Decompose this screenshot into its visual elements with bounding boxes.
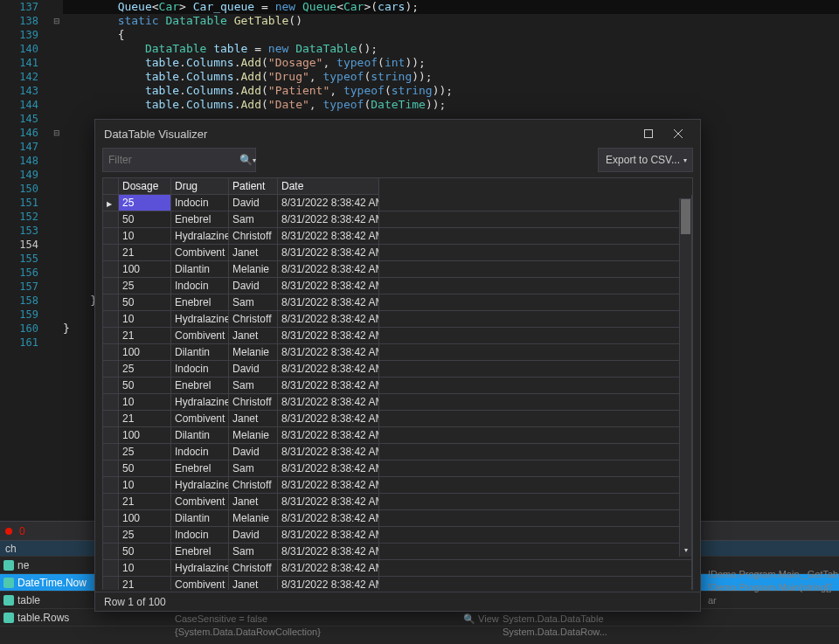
cell-patient[interactable]: David xyxy=(229,527,278,544)
grid-corner[interactable] xyxy=(103,178,119,195)
cell-dosage[interactable]: 100 xyxy=(119,261,171,278)
cell-date[interactable]: 8/31/2022 8:38:42 AM xyxy=(278,427,379,444)
row-header[interactable] xyxy=(103,211,119,228)
cell-patient[interactable]: Janet xyxy=(229,494,278,510)
cell-dosage[interactable]: 21 xyxy=(119,411,171,427)
cell-drug[interactable]: Dilantin xyxy=(171,261,229,278)
cell-dosage[interactable]: 100 xyxy=(119,344,171,361)
cell-drug[interactable]: Dilantin xyxy=(171,427,229,444)
filter-box[interactable]: 🔍 ▾ xyxy=(102,148,256,172)
fold-toggle-icon[interactable]: ⊟ xyxy=(51,14,63,28)
cell-date[interactable]: 8/31/2022 8:38:42 AM xyxy=(278,510,379,527)
view-link[interactable]: 🔍 View xyxy=(463,613,499,625)
table-row[interactable]: 25IndocinDavid8/31/2022 8:38:42 AM xyxy=(103,278,692,294)
table-row[interactable]: 25IndocinDavid8/31/2022 8:38:42 AM xyxy=(103,195,692,211)
row-header[interactable] xyxy=(103,494,119,510)
cell-dosage[interactable]: 10 xyxy=(119,477,171,494)
row-header[interactable] xyxy=(103,427,119,444)
cell-date[interactable]: 8/31/2022 8:38:42 AM xyxy=(278,527,379,544)
row-header[interactable] xyxy=(103,510,119,527)
cell-date[interactable]: 8/31/2022 8:38:42 AM xyxy=(278,344,379,361)
table-row[interactable]: 21CombiventJanet8/31/2022 8:38:42 AM xyxy=(103,245,692,261)
cell-drug[interactable]: Indocin xyxy=(171,278,229,294)
vertical-scrollbar[interactable]: ▾ xyxy=(679,198,692,557)
cell-date[interactable]: 8/31/2022 8:38:42 AM xyxy=(278,328,379,344)
cell-patient[interactable]: David xyxy=(229,361,278,377)
code-line[interactable]: table.Columns.Add("Drug", typeof(string)… xyxy=(63,70,839,84)
table-row[interactable]: 10HydralazineChristoff8/31/2022 8:38:42 … xyxy=(103,228,692,245)
cell-dosage[interactable]: 50 xyxy=(119,460,171,477)
cell-dosage[interactable]: 10 xyxy=(119,228,171,245)
export-button[interactable]: Export to CSV... ▾ xyxy=(598,148,693,172)
cell-dosage[interactable]: 100 xyxy=(119,510,171,527)
code-line[interactable]: table.Columns.Add("Patient", typeof(stri… xyxy=(63,84,839,98)
row-header[interactable] xyxy=(103,577,119,590)
row-header[interactable] xyxy=(103,377,119,394)
code-line[interactable]: table.Columns.Add("Dosage", typeof(int))… xyxy=(63,56,839,70)
column-header-patient[interactable]: Patient xyxy=(229,178,278,195)
close-button[interactable] xyxy=(663,122,693,145)
table-row[interactable]: 21CombiventJanet8/31/2022 8:38:42 AM xyxy=(103,411,692,427)
row-header[interactable] xyxy=(103,361,119,377)
table-row[interactable]: 100DilantinMelanie8/31/2022 8:38:42 AM xyxy=(103,344,692,361)
cell-drug[interactable]: Dilantin xyxy=(171,510,229,527)
column-header-drug[interactable]: Drug xyxy=(171,178,229,195)
cell-drug[interactable]: Hydralazine xyxy=(171,228,229,245)
table-row[interactable]: 100DilantinMelanie8/31/2022 8:38:42 AM xyxy=(103,510,692,527)
watch-item[interactable]: table.Rows xyxy=(0,609,839,627)
cell-drug[interactable]: Combivent xyxy=(171,245,229,261)
cell-patient[interactable]: David xyxy=(229,278,278,294)
row-header[interactable] xyxy=(103,311,119,328)
column-header-dosage[interactable]: Dosage xyxy=(119,178,171,195)
cell-patient[interactable]: Melanie xyxy=(229,427,278,444)
maximize-button[interactable] xyxy=(634,122,663,145)
row-header[interactable] xyxy=(103,344,119,361)
table-row[interactable]: 25IndocinDavid8/31/2022 8:38:42 AM xyxy=(103,444,692,460)
cell-date[interactable]: 8/31/2022 8:38:42 AM xyxy=(278,394,379,411)
fold-toggle-icon[interactable]: ⊟ xyxy=(51,126,63,140)
cell-date[interactable]: 8/31/2022 8:38:42 AM xyxy=(278,311,379,328)
cell-drug[interactable]: Enebrel xyxy=(171,211,229,228)
table-row[interactable]: 10HydralazineChristoff8/31/2022 8:38:42 … xyxy=(103,394,692,411)
row-header[interactable] xyxy=(103,228,119,245)
row-header[interactable] xyxy=(103,460,119,477)
table-row[interactable]: 50EnebrelSam8/31/2022 8:38:42 AM xyxy=(103,377,692,394)
table-row[interactable]: 100DilantinMelanie8/31/2022 8:38:42 AM xyxy=(103,427,692,444)
filter-input[interactable] xyxy=(108,154,239,166)
cell-patient[interactable]: Sam xyxy=(229,460,278,477)
table-row[interactable]: 21CombiventJanet8/31/2022 8:38:42 AM xyxy=(103,328,692,344)
cell-dosage[interactable]: 21 xyxy=(119,577,171,590)
cell-drug[interactable]: Combivent xyxy=(171,577,229,590)
cell-date[interactable]: 8/31/2022 8:38:42 AM xyxy=(278,261,379,278)
cell-date[interactable]: 8/31/2022 8:38:42 AM xyxy=(278,411,379,427)
cell-date[interactable]: 8/31/2022 8:38:42 AM xyxy=(278,494,379,510)
cell-dosage[interactable]: 21 xyxy=(119,245,171,261)
code-line[interactable]: DataTable table = new DataTable(); xyxy=(63,42,839,56)
cell-patient[interactable]: Janet xyxy=(229,411,278,427)
column-header-date[interactable]: Date xyxy=(278,178,379,195)
row-header[interactable] xyxy=(103,394,119,411)
table-row[interactable]: 10HydralazineChristoff8/31/2022 8:38:42 … xyxy=(103,311,692,328)
table-row[interactable]: 50EnebrelSam8/31/2022 8:38:42 AM xyxy=(103,211,692,228)
cell-patient[interactable]: Melanie xyxy=(229,261,278,278)
stack-frame[interactable]: !Demo.Program.Main._GetTabl xyxy=(708,568,839,581)
table-row[interactable]: 25IndocinDavid8/31/2022 8:38:42 AM xyxy=(103,361,692,377)
cell-dosage[interactable]: 10 xyxy=(119,560,171,577)
cell-dosage[interactable]: 100 xyxy=(119,427,171,444)
table-row[interactable]: 50EnebrelSam8/31/2022 8:38:42 AM xyxy=(103,294,692,311)
cell-date[interactable]: 8/31/2022 8:38:42 AM xyxy=(278,195,379,211)
cell-patient[interactable]: Christoff xyxy=(229,228,278,245)
table-row[interactable]: 21CombiventJanet8/31/2022 8:38:42 AM xyxy=(103,494,692,510)
table-row[interactable]: 21CombiventJanet8/31/2022 8:38:42 AM xyxy=(103,577,692,590)
cell-dosage[interactable]: 21 xyxy=(119,494,171,510)
row-header[interactable] xyxy=(103,411,119,427)
cell-date[interactable]: 8/31/2022 8:38:42 AM xyxy=(278,228,379,245)
cell-dosage[interactable]: 50 xyxy=(119,377,171,394)
cell-drug[interactable]: Dilantin xyxy=(171,344,229,361)
cell-date[interactable]: 8/31/2022 8:38:42 AM xyxy=(278,361,379,377)
row-header[interactable] xyxy=(103,195,119,211)
cell-date[interactable]: 8/31/2022 8:38:42 AM xyxy=(278,477,379,494)
cell-patient[interactable]: Christoff xyxy=(229,311,278,328)
cell-patient[interactable]: Sam xyxy=(229,377,278,394)
cell-patient[interactable]: David xyxy=(229,444,278,460)
